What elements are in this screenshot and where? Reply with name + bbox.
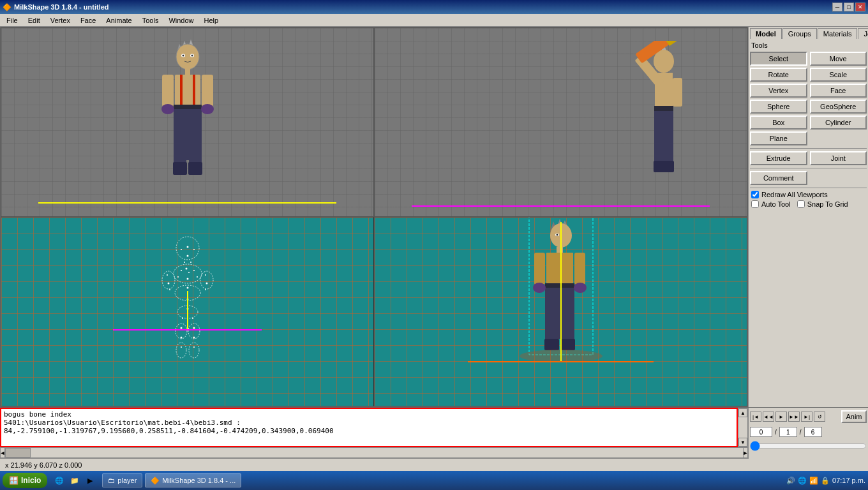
anim-rewind-button[interactable]: |◄ [750, 412, 761, 422]
hscroll-left[interactable]: ◄ [0, 447, 5, 458]
tool-row-select-move: Select Move [750, 52, 867, 66]
svg-rect-9 [175, 75, 200, 107]
minimize-button[interactable]: ─ [832, 3, 842, 11]
checkbox-snap-input[interactable] [797, 200, 805, 208]
maximize-button[interactable]: □ [844, 3, 854, 11]
anim-end-frame[interactable] [804, 427, 822, 437]
character-side [632, 41, 708, 207]
sys-icon-1: 🔊 [786, 477, 795, 485]
face-button[interactable]: Face [810, 84, 867, 98]
scroll-track [738, 417, 747, 438]
menu-edit[interactable]: Edit [23, 15, 45, 26]
plane-button[interactable]: Plane [750, 131, 807, 145]
viewport-perspective[interactable] [374, 217, 747, 406]
tab-materials[interactable]: Materials [818, 28, 858, 39]
move-button[interactable]: Move [810, 52, 867, 66]
viewport-side[interactable] [374, 27, 747, 217]
ql-arrow[interactable]: ▶ [83, 473, 97, 487]
anim-frame-sep2: / [798, 429, 803, 436]
svg-point-54 [197, 276, 198, 278]
center-line-h [113, 329, 262, 330]
checkbox-redraw-label: Redraw All Viewports [761, 191, 828, 198]
svg-point-53 [186, 278, 188, 279]
svg-point-65 [181, 346, 182, 348]
output-panel[interactable]: bogus bone index 5401:\Usuarios\Usuario\… [0, 408, 738, 447]
scroll-up-button[interactable]: ▲ [738, 408, 747, 417]
svg-rect-27 [654, 111, 673, 165]
anim-frame-sep: / [774, 429, 778, 436]
anim-timeline-slider[interactable] [750, 441, 867, 451]
joint-button[interactable]: Joint [810, 151, 867, 165]
tool-row-extrude-joint: Extrude Joint [750, 151, 867, 165]
extrude-button[interactable]: Extrude [750, 151, 807, 165]
tool-row-plane: Plane [750, 131, 867, 145]
tab-groups[interactable]: Groups [782, 28, 817, 39]
ql-folder[interactable]: 📁 [68, 473, 82, 487]
anim-loop-button[interactable]: ↺ [814, 412, 825, 422]
close-button[interactable]: ✕ [855, 3, 865, 11]
svg-point-60 [192, 318, 193, 319]
hscroll-thumb[interactable] [5, 448, 31, 457]
anim-current-frame[interactable] [750, 427, 772, 437]
svg-point-39 [176, 343, 186, 358]
scroll-down-button[interactable]: ▼ [738, 438, 747, 447]
divider-1 [750, 148, 867, 149]
sphere-button[interactable]: Sphere [750, 100, 807, 114]
menu-help[interactable]: Help [199, 15, 224, 26]
select-button[interactable]: Select [750, 52, 807, 66]
svg-point-56 [186, 286, 188, 288]
anim-prev-button[interactable]: ◄◄ [763, 412, 774, 422]
divider-3 [750, 188, 867, 188]
svg-point-59 [182, 318, 183, 319]
cylinder-button[interactable]: Cylinder [810, 115, 867, 130]
viewport-top[interactable] [1, 217, 374, 406]
character-front [159, 38, 216, 204]
svg-point-68 [167, 282, 169, 284]
anim-play-button[interactable]: ► [775, 412, 787, 422]
sys-icon-2: 🌐 [798, 477, 807, 485]
menu-vertex[interactable]: Vertex [45, 15, 75, 26]
anim-end-button[interactable]: ►| [801, 412, 812, 422]
start-button[interactable]: 🪟 Inicio [3, 473, 47, 488]
anim-start-frame[interactable] [779, 427, 797, 437]
svg-point-55 [177, 276, 179, 278]
tab-joints[interactable]: Joints [858, 28, 868, 39]
persp-line-v [560, 222, 562, 362]
menu-window[interactable]: Window [163, 15, 198, 26]
svg-point-63 [180, 336, 182, 338]
geosphere-button[interactable]: GeoSphere [810, 100, 867, 114]
anim-next-button[interactable]: ►► [788, 412, 800, 422]
menu-face[interactable]: Face [75, 15, 101, 26]
menu-animate[interactable]: Animate [101, 15, 137, 26]
taskbar-clock: 07:17 p.m. [832, 477, 865, 484]
comment-button[interactable]: Comment [750, 171, 807, 185]
viewport-front[interactable] [1, 27, 374, 217]
hscroll-right[interactable]: ► [743, 447, 748, 458]
checkbox-snap: Snap To Grid [797, 200, 848, 208]
svg-point-21 [201, 104, 214, 114]
svg-rect-26 [654, 106, 673, 111]
output-row: bogus bone index 5401:\Usuarios\Usuario\… [0, 408, 748, 447]
taskbar-player[interactable]: 🗀 player [102, 473, 142, 487]
menu-tools[interactable]: Tools [137, 15, 164, 26]
rotate-button[interactable]: Rotate [750, 68, 807, 82]
svg-rect-8 [185, 68, 190, 75]
tab-model[interactable]: Model [750, 28, 782, 39]
vertex-button[interactable]: Vertex [750, 84, 807, 98]
anim-button[interactable]: Anim [841, 410, 867, 423]
hscroll-track[interactable] [5, 447, 743, 458]
taskbar: 🪟 Inicio 🌐 📁 ▶ 🗀 player 🔶 MilkShape 3D 1… [0, 471, 868, 490]
box-button[interactable]: Box [750, 115, 807, 130]
titlebar-controls[interactable]: ─ □ ✕ [832, 3, 865, 11]
taskbar-milkshape[interactable]: 🔶 MilkShape 3D 1.8.4 - ... [145, 473, 241, 487]
output-line-3: 84,-2.759100,-1.319767,9.195600,0.258511… [4, 427, 734, 435]
ql-ie[interactable]: 🌐 [52, 473, 66, 487]
checkbox-auto-input[interactable] [751, 200, 759, 208]
menu-file[interactable]: File [1, 15, 23, 26]
checkbox-redraw-input[interactable] [751, 191, 759, 198]
checkbox-auto-label: Auto Tool [761, 200, 791, 208]
right-panel: Model Groups Materials Joints Tools Sele… [748, 27, 868, 407]
scale-button[interactable]: Scale [810, 68, 867, 82]
svg-point-3 [176, 44, 199, 70]
svg-point-41 [162, 271, 175, 289]
